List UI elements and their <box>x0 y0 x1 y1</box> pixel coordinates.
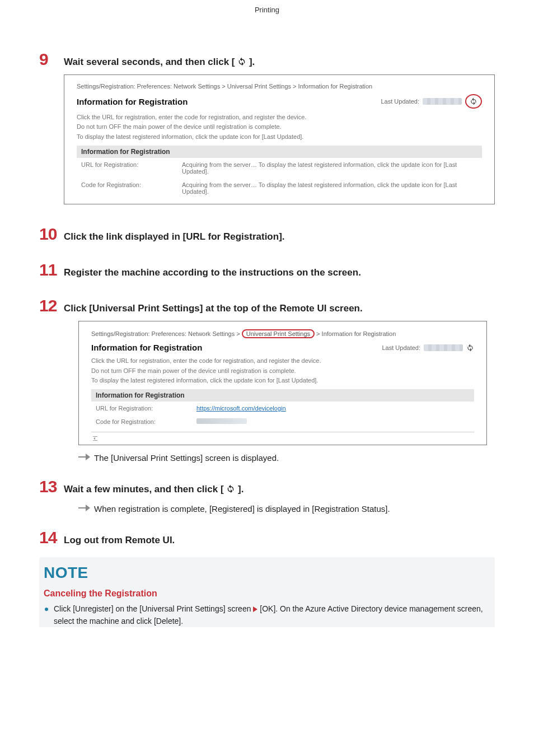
step-title-post: ]. <box>249 57 255 67</box>
note-heading: NOTE <box>44 564 490 582</box>
step-number: 12 <box>39 296 64 315</box>
instruction-line: Click the URL for registration, enter th… <box>77 113 482 122</box>
registration-url-link[interactable]: https://microsoft.com/devicelogin <box>196 405 286 412</box>
breadcrumb-suffix: > Information for Registration <box>315 330 396 337</box>
last-updated-value-redacted <box>424 344 463 351</box>
row-label: Code for Registration: <box>96 418 196 425</box>
result-line: When registration is complete, [Register… <box>78 504 495 514</box>
step-title-pre: Wait a few minutes, and then click [ <box>64 484 226 494</box>
step-title-pre: Wait several seconds, and then click [ <box>64 57 237 67</box>
info-row-url: URL for Registration: Acquiring from the… <box>77 158 482 178</box>
info-row-code: Code for Registration: Acquiring from th… <box>77 178 482 198</box>
instruction-text: Click the URL for registration, enter th… <box>77 113 482 141</box>
step-number: 11 <box>39 260 64 279</box>
info-row-code: Code for Registration: <box>91 415 474 428</box>
result-line: The [Universal Print Settings] screen is… <box>78 453 495 463</box>
screenshot-2: Settings/Registration: Preferences: Netw… <box>78 321 487 445</box>
refresh-icon <box>226 484 235 493</box>
step-14: 14 Log out from Remote UI. <box>39 528 495 547</box>
step-13: 13 Wait a few minutes, and then click [ … <box>39 477 495 496</box>
last-updated-value-redacted <box>423 98 462 105</box>
step-number: 14 <box>39 528 64 547</box>
step-title: Wait a few minutes, and then click [ ]. <box>64 484 243 495</box>
instruction-line: Click the URL for registration, enter th… <box>91 357 474 365</box>
instruction-line: To display the latest registered informa… <box>77 133 482 141</box>
result-arrow-icon <box>78 453 91 461</box>
instruction-text: Click the URL for registration, enter th… <box>91 357 474 385</box>
page-title: Information for Registration <box>77 97 188 106</box>
last-updated: Last Updated: <box>381 94 483 109</box>
instruction-line: To display the latest registered informa… <box>91 376 474 385</box>
page-title: Information for Registration <box>91 343 202 352</box>
refresh-button-highlight[interactable] <box>465 94 482 109</box>
page-header: Printing <box>39 0 495 36</box>
registration-code-redacted <box>196 418 247 424</box>
note-subtitle: Canceling the Registration <box>44 589 490 599</box>
step-10: 10 Click the link displayed in [URL for … <box>39 225 495 244</box>
row-label: Code for Registration: <box>81 181 182 195</box>
breadcrumb-highlight[interactable]: Universal Print Settings <box>242 329 315 338</box>
row-label: URL for Registration: <box>81 161 182 175</box>
step-9: 9 Wait several seconds, and then click [… <box>39 50 495 69</box>
instruction-line: Do not turn OFF the main power of the de… <box>77 123 482 131</box>
step-title: Click the link displayed in [URL for Reg… <box>64 231 285 242</box>
step-title: Click [Universal Print Settings] at the … <box>64 303 363 314</box>
result-text: The [Universal Print Settings] screen is… <box>94 453 279 463</box>
row-value: Acquiring from the server… To display th… <box>182 181 477 195</box>
step-title-post: ]. <box>238 484 243 494</box>
last-updated-label: Last Updated: <box>381 98 420 105</box>
result-text: When registration is complete, [Register… <box>94 504 390 514</box>
breadcrumb: Settings/Registration: Preferences: Netw… <box>91 329 474 338</box>
step-number: 9 <box>39 50 64 69</box>
screenshot-1: Settings/Registration: Preferences: Netw… <box>64 74 495 204</box>
step-11: 11 Register the machine according to the… <box>39 260 495 279</box>
row-label: URL for Registration: <box>96 405 196 412</box>
section-header: Information for Registration <box>77 146 482 158</box>
instruction-line: Do not turn OFF the main power of the de… <box>91 367 474 375</box>
step-number: 10 <box>39 225 64 244</box>
section-header: Information for Registration <box>91 389 474 402</box>
result-arrow-icon <box>78 504 91 512</box>
refresh-button[interactable] <box>466 344 474 352</box>
info-row-url: URL for Registration: https://microsoft.… <box>91 402 474 415</box>
breadcrumb: Settings/Registration: Preferences: Netw… <box>77 83 482 90</box>
note-bullet: Click [Unregister] on the [Universal Pri… <box>44 603 490 627</box>
step-title: Register the machine according to the in… <box>64 267 361 278</box>
step-number: 13 <box>39 477 64 496</box>
triangle-right-icon <box>253 604 257 615</box>
step-title: Wait several seconds, and then click [ ]… <box>64 57 255 68</box>
breadcrumb-prefix: Settings/Registration: Preferences: Netw… <box>91 330 242 337</box>
step-title: Log out from Remote UI. <box>64 535 175 546</box>
last-updated-label: Last Updated: <box>382 344 421 351</box>
row-value: Acquiring from the server… To display th… <box>182 161 477 175</box>
step-12: 12 Click [Universal Print Settings] at t… <box>39 296 495 315</box>
refresh-icon <box>237 57 246 66</box>
last-updated: Last Updated: <box>382 344 475 352</box>
bottom-bar <box>91 432 474 445</box>
note-block: NOTE Canceling the Registration Click [U… <box>39 557 495 627</box>
